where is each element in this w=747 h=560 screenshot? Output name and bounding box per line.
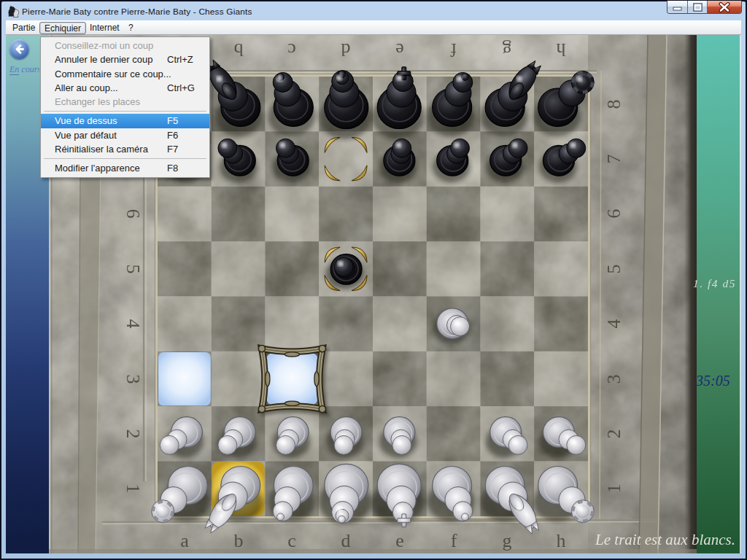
svg-text:h: h bbox=[557, 530, 566, 551]
svg-text:1: 1 bbox=[603, 484, 624, 494]
svg-text:Le trait est aux blancs.: Le trait est aux blancs. bbox=[595, 531, 735, 548]
svg-text:d: d bbox=[341, 39, 351, 61]
svg-text:d: d bbox=[341, 530, 351, 551]
svg-text:e: e bbox=[395, 530, 404, 551]
svg-text:8: 8 bbox=[603, 100, 624, 109]
svg-text:h: h bbox=[557, 39, 566, 61]
svg-text:e: e bbox=[395, 39, 404, 61]
svg-text:c: c bbox=[287, 530, 296, 551]
svg-text:6: 6 bbox=[603, 209, 624, 219]
svg-text:g: g bbox=[503, 530, 512, 551]
svg-text:7: 7 bbox=[603, 155, 624, 164]
svg-text:b: b bbox=[234, 530, 244, 551]
svg-text:1. f4 d5: 1. f4 d5 bbox=[693, 277, 736, 289]
svg-text:5: 5 bbox=[123, 265, 144, 274]
svg-text:1: 1 bbox=[123, 484, 144, 494]
svg-text:3: 3 bbox=[603, 375, 624, 384]
svg-text:b: b bbox=[234, 39, 244, 61]
svg-text:2: 2 bbox=[603, 429, 624, 439]
svg-text:6: 6 bbox=[123, 209, 144, 219]
svg-text:f: f bbox=[450, 39, 457, 61]
svg-text:4: 4 bbox=[603, 319, 624, 329]
svg-text:f: f bbox=[451, 530, 457, 551]
svg-text:c: c bbox=[287, 39, 296, 61]
svg-text:35:05: 35:05 bbox=[695, 373, 730, 389]
svg-text:5: 5 bbox=[603, 265, 624, 274]
svg-text:3: 3 bbox=[123, 375, 144, 384]
svg-text:g: g bbox=[503, 39, 512, 61]
svg-text:2: 2 bbox=[123, 429, 144, 439]
svg-text:4: 4 bbox=[123, 319, 144, 329]
svg-text:a: a bbox=[180, 530, 189, 551]
